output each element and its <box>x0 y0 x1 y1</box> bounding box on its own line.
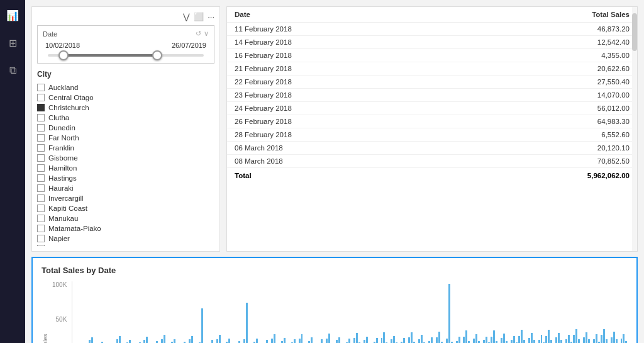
city-checkbox[interactable] <box>37 164 45 172</box>
city-name: Napier <box>48 235 70 242</box>
chart-bar <box>393 336 395 344</box>
slider-thumb-right[interactable] <box>152 50 162 60</box>
layers-icon[interactable]: ⧉ <box>4 62 21 79</box>
city-checkbox[interactable] <box>37 215 45 222</box>
filter-icon[interactable]: ⋁ <box>183 12 190 21</box>
bar-chart-icon[interactable]: 📊 <box>4 6 21 24</box>
chart-bar <box>603 329 605 343</box>
chart-bar <box>211 340 213 343</box>
date-cell: 08 March 2018 <box>227 155 455 168</box>
city-checkbox[interactable] <box>37 84 45 91</box>
filter-panel: ⋁ ⬜ ··· Date ↺ ∨ 10/02/2018 26/07/2019 <box>31 6 220 252</box>
slider-thumb-left[interactable] <box>58 50 69 60</box>
chart-bar <box>201 308 203 343</box>
chart-bar <box>550 340 552 343</box>
sales-cell: 12,542.40 <box>455 36 637 49</box>
chevron-down-icon[interactable]: ∨ <box>204 30 209 38</box>
y-label-100k: 100K <box>52 281 67 288</box>
table-icon[interactable]: ⊞ <box>4 34 21 52</box>
city-checkbox[interactable] <box>37 114 45 121</box>
total-value: 5,962,062.00 <box>455 168 637 184</box>
chart-bar <box>418 339 420 343</box>
chart-bar <box>308 341 310 343</box>
city-item[interactable]: Gisborne <box>37 153 214 163</box>
table-row: 24 February 201856,012.00 <box>227 102 637 115</box>
table-row: 06 March 201820,120.10 <box>227 142 637 155</box>
city-name: Hastings <box>48 174 77 182</box>
date-cell: 26 February 2018 <box>227 115 455 128</box>
city-item[interactable]: Invercargill <box>37 193 214 203</box>
start-date-label: 10/02/2018 <box>45 42 80 49</box>
chart-bar <box>189 339 191 343</box>
table-row: 08 March 201870,852.50 <box>227 155 637 168</box>
city-checkbox[interactable] <box>37 104 45 111</box>
city-name: Manukau <box>48 215 78 222</box>
city-name: Far North <box>48 134 79 142</box>
chart-bar <box>356 333 358 343</box>
chart-bar <box>521 330 523 343</box>
chart-bar <box>383 332 385 343</box>
city-item[interactable]: Christchurch <box>37 103 214 113</box>
city-checkbox[interactable] <box>37 194 45 202</box>
city-item[interactable]: Nelson <box>37 244 214 246</box>
table-scrollbar[interactable] <box>632 7 637 251</box>
chart-bar <box>364 340 365 343</box>
chart-bar <box>621 339 623 343</box>
slider-track[interactable] <box>48 54 204 57</box>
chart-bar <box>458 337 460 343</box>
chart-bar <box>541 335 543 343</box>
sales-cell: 4,355.00 <box>455 49 637 62</box>
chart-bar <box>274 334 275 343</box>
city-item[interactable]: Hamilton <box>37 163 214 173</box>
chart-bar <box>164 335 165 343</box>
city-item[interactable]: Matamata-Piako <box>37 223 214 233</box>
city-item[interactable]: Auckland <box>37 82 214 93</box>
chart-bar <box>616 339 618 343</box>
city-item[interactable]: Dunedin <box>37 123 214 133</box>
chart-bar <box>496 341 497 343</box>
city-item[interactable]: Franklin <box>37 143 214 153</box>
city-item[interactable]: Far North <box>37 133 214 143</box>
total-label: Total <box>227 168 455 184</box>
city-name: Gisborne <box>48 154 78 162</box>
sales-cell: 6,552.60 <box>455 128 637 142</box>
city-item[interactable]: Clutha <box>37 113 214 123</box>
city-checkbox[interactable] <box>37 124 45 132</box>
city-checkbox[interactable] <box>37 225 45 232</box>
chart-bar <box>548 330 550 343</box>
date-widget-icons: ↺ ∨ <box>196 30 209 38</box>
image-icon[interactable]: ⬜ <box>194 12 204 21</box>
city-checkbox[interactable] <box>37 144 45 152</box>
city-checkbox[interactable] <box>37 205 45 212</box>
city-checkbox[interactable] <box>37 235 45 242</box>
city-item[interactable]: Kapiti Coast <box>37 203 214 213</box>
city-checkbox[interactable] <box>37 184 45 192</box>
chart-bar <box>116 339 118 343</box>
chart-bar <box>478 341 480 343</box>
chart-bar <box>523 340 525 343</box>
city-item[interactable]: Manukau <box>37 213 214 223</box>
city-item[interactable]: Hastings <box>37 173 214 183</box>
chart-bar <box>465 330 467 343</box>
reset-icon[interactable]: ↺ <box>196 30 201 38</box>
chart-bar <box>596 334 597 343</box>
chart-bar <box>376 338 378 343</box>
city-item[interactable]: Napier <box>37 233 214 244</box>
table-row: 14 February 201812,542.40 <box>227 36 637 49</box>
sales-cell: 20,120.10 <box>455 142 637 155</box>
date-cell: 16 February 2018 <box>227 49 455 62</box>
city-checkbox[interactable] <box>37 174 45 182</box>
city-checkbox[interactable] <box>37 94 45 101</box>
city-checkbox[interactable] <box>37 245 45 246</box>
more-options-icon[interactable]: ··· <box>208 12 214 21</box>
slider-fill <box>64 54 157 57</box>
city-checkbox[interactable] <box>37 134 45 142</box>
chart-bar <box>583 337 585 343</box>
table-row: 23 February 201814,070.00 <box>227 89 637 102</box>
chart-bar <box>348 339 350 343</box>
city-checkbox[interactable] <box>37 154 45 162</box>
city-name: Christchurch <box>48 104 89 111</box>
city-item[interactable]: Central Otago <box>37 93 214 103</box>
city-item[interactable]: Hauraki <box>37 183 214 193</box>
chart-bar <box>555 337 557 343</box>
